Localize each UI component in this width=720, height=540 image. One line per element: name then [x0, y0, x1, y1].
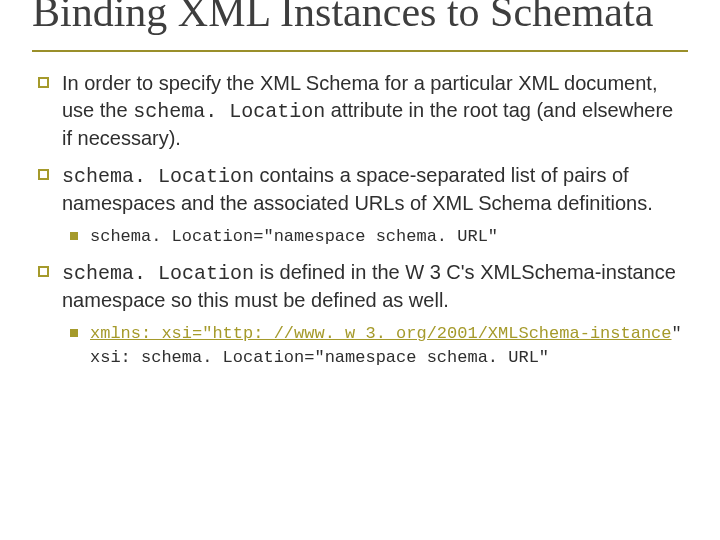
bullet-1: In order to specify the XML Schema for a… [32, 70, 688, 152]
bullet-3-code: schema. Location [62, 262, 254, 285]
bullet-3: schema. Location is defined in the W 3 C… [32, 259, 688, 370]
bullet-2-sub-1: schema. Location="namespace schema. URL" [62, 225, 688, 249]
bullet-list: In order to specify the XML Schema for a… [32, 70, 688, 370]
title-underline [32, 50, 688, 52]
slide: Binding XML Instances to Schemata In ord… [0, 0, 720, 540]
bullet-2-sublist: schema. Location="namespace schema. URL" [62, 225, 688, 249]
bullet-1-code: schema. Location [133, 100, 325, 123]
bullet-3-sub-1: xmlns: xsi="http: //www. w 3. org/2001/X… [62, 322, 688, 370]
bullet-2: schema. Location contains a space-separa… [32, 162, 688, 249]
bullet-3-sub-1-line2: xsi: schema. Location="namespace schema.… [90, 348, 549, 367]
bullet-3-sub-1-tail: " [672, 324, 682, 343]
bullet-3-sub-1-code: xmlns: xsi="http: //www. w 3. org/2001/X… [90, 324, 682, 367]
bullet-3-sub-1-link: xmlns: xsi="http: //www. w 3. org/2001/X… [90, 324, 672, 343]
slide-title: Binding XML Instances to Schemata [32, 0, 688, 34]
bullet-2-sub-1-code: schema. Location="namespace schema. URL" [90, 227, 498, 246]
bullet-2-code: schema. Location [62, 165, 254, 188]
bullet-3-sublist: xmlns: xsi="http: //www. w 3. org/2001/X… [62, 322, 688, 370]
